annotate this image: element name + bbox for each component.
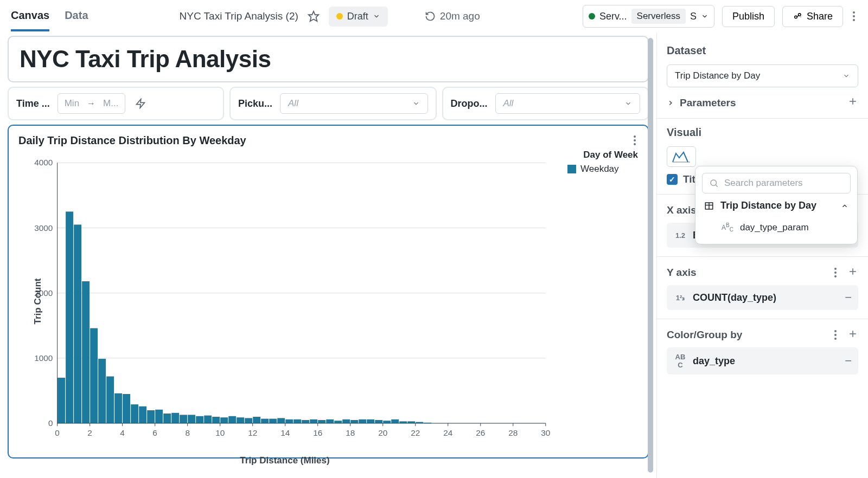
tab-canvas[interactable]: Canvas xyxy=(11,2,49,31)
publish-button[interactable]: Publish xyxy=(722,6,775,27)
svg-rect-56 xyxy=(399,421,407,423)
svg-rect-18 xyxy=(90,328,98,423)
legend-title: Day of Week xyxy=(557,150,638,160)
svg-text:4: 4 xyxy=(120,428,125,437)
legend-swatch xyxy=(567,165,576,173)
document-title[interactable]: NYC Taxi Trip Analysis (2) xyxy=(180,10,298,22)
dropoff-select[interactable]: All xyxy=(495,93,641,114)
visualization-heading: Visuali xyxy=(667,126,858,139)
add-yaxis-button[interactable] xyxy=(847,266,858,280)
svg-rect-36 xyxy=(237,417,244,423)
yaxis-field[interactable]: 1²₃ COUNT(day_type) − xyxy=(667,285,858,310)
chevron-down-icon xyxy=(624,100,632,107)
draft-label: Draft xyxy=(347,11,368,22)
svg-rect-40 xyxy=(269,419,277,423)
title-checkbox[interactable]: ✓ xyxy=(667,174,678,185)
svg-rect-44 xyxy=(302,420,309,423)
dataset-heading: Dataset xyxy=(667,44,858,57)
svg-rect-34 xyxy=(220,417,228,423)
svg-text:14: 14 xyxy=(280,428,290,437)
parameters-popover: Trip Distance by Day ABC day_type_param xyxy=(695,166,858,244)
canvas-area: NYC Taxi Trip Analysis Time ... Min → M.… xyxy=(0,33,656,478)
count-type-icon: 1²₃ xyxy=(673,294,687,302)
svg-rect-55 xyxy=(391,419,399,423)
search-icon xyxy=(709,178,719,188)
svg-rect-19 xyxy=(98,359,106,423)
parameter-search-input[interactable] xyxy=(724,178,844,189)
svg-rect-45 xyxy=(310,419,317,423)
time-range-input[interactable]: Min → M... xyxy=(58,93,126,114)
filter-time[interactable]: Time ... Min → M... xyxy=(8,87,224,120)
viz-type-chip[interactable] xyxy=(667,146,696,167)
chart-title: Daily Trip Distance Distribution By Week… xyxy=(18,134,246,147)
status-draft-dropdown[interactable]: Draft xyxy=(329,7,388,27)
legend-item-weekday[interactable]: Weekday xyxy=(567,164,638,175)
pickup-select[interactable]: All xyxy=(280,93,427,114)
chevron-down-icon xyxy=(373,12,380,20)
svg-marker-0 xyxy=(309,11,318,21)
remove-yaxis-button[interactable]: − xyxy=(845,290,852,305)
compute-selector[interactable]: Serv... Serverless S xyxy=(583,5,714,28)
svg-text:20: 20 xyxy=(378,428,387,437)
svg-text:28: 28 xyxy=(508,428,518,437)
svg-text:10: 10 xyxy=(215,428,225,437)
last-updated[interactable]: 20m ago xyxy=(425,10,480,22)
yaxis-menu[interactable] xyxy=(832,266,839,280)
svg-text:1000: 1000 xyxy=(34,353,53,363)
chevron-down-icon xyxy=(701,12,709,20)
x-axis-label: Trip Distance (Miles) xyxy=(18,455,551,466)
chevron-down-icon xyxy=(412,100,420,107)
share-button[interactable]: Share xyxy=(782,6,843,27)
page-title: NYC Taxi Trip Analysis xyxy=(20,46,637,73)
filter-dropoff[interactable]: Dropo... All xyxy=(442,87,649,120)
svg-rect-39 xyxy=(261,419,269,423)
popover-dataset-item[interactable]: Trip Distance by Day xyxy=(702,193,851,218)
filter-pickup[interactable]: Picku... All xyxy=(229,87,437,120)
parameters-row[interactable]: Parameters xyxy=(667,96,858,109)
svg-rect-26 xyxy=(155,410,163,423)
remove-color-button[interactable]: − xyxy=(845,354,852,368)
plot-area: Trip Count 01000200030004000024681012141… xyxy=(18,150,551,453)
chart-menu[interactable] xyxy=(631,133,638,147)
popover-param-item[interactable]: ABC day_type_param xyxy=(702,218,851,237)
config-panel: Dataset Trip Distance by Day Parameters … xyxy=(656,33,868,478)
svg-text:0: 0 xyxy=(48,418,53,428)
overflow-menu[interactable] xyxy=(851,9,857,23)
svg-rect-37 xyxy=(245,418,252,423)
add-color-button[interactable] xyxy=(847,328,858,342)
svg-rect-30 xyxy=(188,415,195,423)
draft-status-dot xyxy=(336,13,343,20)
parameter-search[interactable] xyxy=(702,173,851,193)
svg-rect-48 xyxy=(334,421,342,423)
title-card[interactable]: NYC Taxi Trip Analysis xyxy=(8,36,649,82)
star-icon[interactable] xyxy=(306,9,321,24)
svg-line-104 xyxy=(716,185,718,187)
color-field[interactable]: ABC day_type − xyxy=(667,347,858,374)
svg-rect-54 xyxy=(383,421,391,423)
svg-rect-41 xyxy=(277,418,285,423)
color-heading: Color/Group by xyxy=(667,329,742,341)
svg-rect-31 xyxy=(196,416,203,423)
svg-rect-21 xyxy=(114,393,122,423)
histogram-plot: 0100020003000400002468101214161820222426… xyxy=(18,150,551,453)
chart-legend: Day of Week Weekday xyxy=(551,150,638,453)
add-parameter-button[interactable] xyxy=(847,96,858,109)
svg-rect-14 xyxy=(58,378,65,423)
histogram-icon xyxy=(672,150,691,163)
svg-text:24: 24 xyxy=(443,428,453,437)
tab-data[interactable]: Data xyxy=(65,2,88,31)
svg-rect-29 xyxy=(180,415,187,423)
bolt-icon[interactable] xyxy=(133,96,148,111)
svg-rect-17 xyxy=(82,281,90,423)
chart-card[interactable]: Daily Trip Distance Distribution By Week… xyxy=(8,125,649,458)
svg-rect-23 xyxy=(131,404,138,423)
svg-text:30: 30 xyxy=(541,428,550,437)
chevron-right-icon xyxy=(667,99,674,107)
color-menu[interactable] xyxy=(832,328,839,342)
string-type-icon: ABC xyxy=(722,223,733,232)
svg-text:16: 16 xyxy=(313,428,322,437)
dataset-select[interactable]: Trip Distance by Day xyxy=(667,64,858,87)
svg-rect-49 xyxy=(342,419,350,423)
svg-text:22: 22 xyxy=(411,428,420,437)
svg-marker-3 xyxy=(137,99,145,108)
